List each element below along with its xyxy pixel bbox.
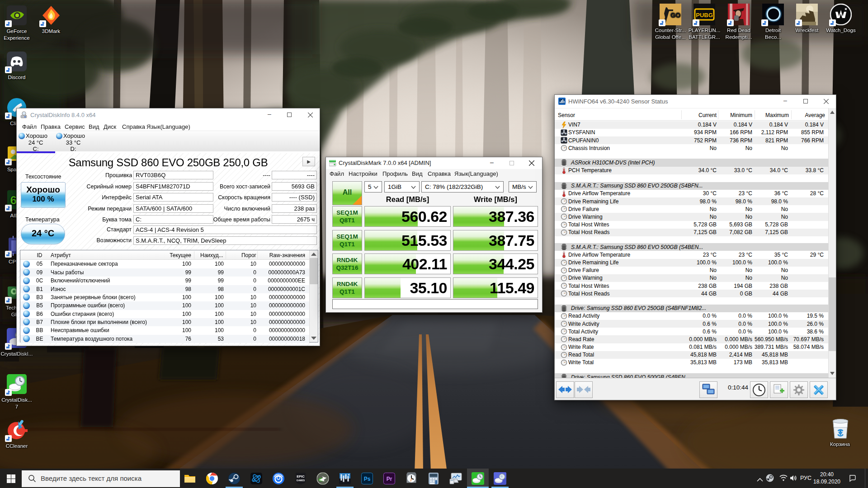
- svg-text:GAMES: GAMES: [297, 479, 305, 481]
- svg-text:Pr: Pr: [387, 476, 392, 482]
- svg-text:EPIC: EPIC: [297, 474, 305, 478]
- svg-text:GO: GO: [670, 11, 680, 19]
- svg-text:Ps: Ps: [364, 476, 371, 482]
- svg-text:PUBG: PUBG: [696, 12, 713, 19]
